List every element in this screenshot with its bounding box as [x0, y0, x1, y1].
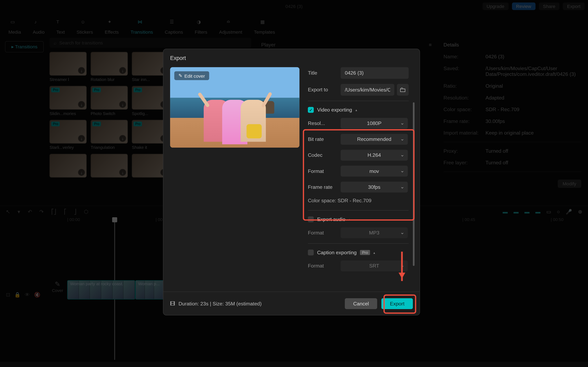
export-dialog: Export ✎ Edit cover — [163, 49, 420, 315]
browse-folder-button[interactable]: 🗀 — [397, 84, 409, 96]
arrow-annotation — [401, 252, 403, 281]
folder-icon: 🗀 — [399, 86, 406, 94]
resolution-select[interactable]: 1080P — [341, 118, 408, 129]
export-path-input[interactable] — [341, 84, 394, 96]
audio-format-select[interactable]: MP3 — [341, 227, 408, 238]
duration-info: Duration: 23s | Size: 35M (estimated) — [178, 300, 261, 307]
highlight-export-button — [383, 294, 416, 314]
collapse-icon: ▴ — [355, 108, 357, 112]
collapse-icon: ▴ — [373, 250, 375, 254]
caption-format-select[interactable]: SRT — [341, 260, 408, 271]
caption-exporting-checkbox[interactable] — [308, 250, 314, 256]
video-exporting-checkbox[interactable]: ✓ — [308, 107, 314, 113]
dialog-title: Export — [163, 49, 420, 67]
pencil-icon: ✎ — [178, 73, 182, 78]
pro-badge: Pro — [360, 250, 370, 255]
cover-preview: ✎ Edit cover — [170, 67, 300, 148]
title-input[interactable] — [341, 67, 408, 79]
video-exporting-section[interactable]: ✓ Video exporting ▴ — [308, 107, 409, 113]
film-icon: 🎞 — [170, 300, 175, 307]
caption-exporting-section[interactable]: Caption exporting Pro ▴ — [308, 250, 409, 256]
cancel-button[interactable]: Cancel — [345, 298, 377, 309]
edit-cover-button[interactable]: ✎ Edit cover — [174, 71, 209, 80]
highlight-video-settings — [303, 129, 415, 221]
